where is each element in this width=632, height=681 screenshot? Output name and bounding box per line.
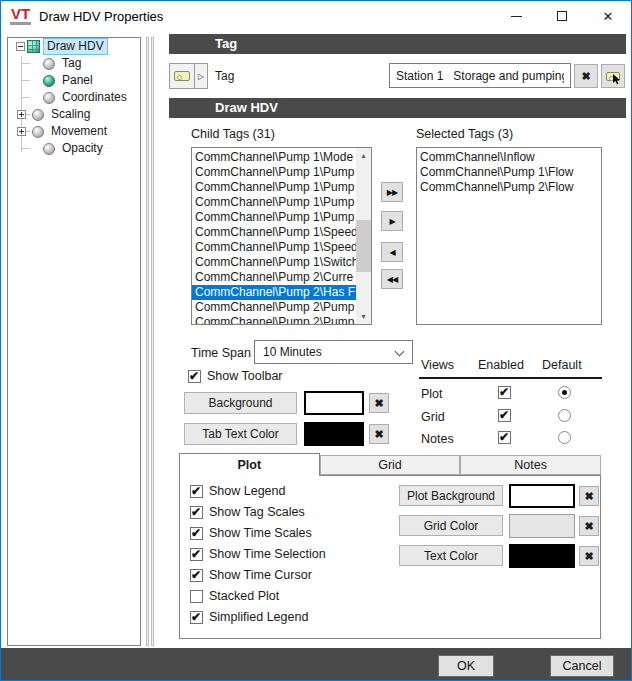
tab-notes[interactable]: Notes	[460, 455, 601, 475]
scroll-down-icon[interactable]: ▼	[356, 309, 371, 324]
tree-node-label[interactable]: Panel	[59, 73, 96, 88]
stacked-plot-checkbox[interactable]: ✔ Stacked Plot	[190, 589, 279, 603]
tree-node-scaling[interactable]: Scaling	[8, 106, 140, 123]
tree-node-movement[interactable]: Movement	[8, 123, 140, 140]
move-right-button[interactable]: ▶	[381, 211, 403, 231]
tree-node-label[interactable]: Draw HDV	[43, 38, 108, 55]
selected-tags-list[interactable]: CommChannel\Inflow CommChannel\Pump 1\Fl…	[416, 147, 602, 325]
plot-enabled-checkbox[interactable]: ✔	[498, 386, 511, 399]
time-span-label: Time Span	[191, 346, 251, 360]
clear-text-color-button[interactable]: ✖	[579, 546, 599, 566]
move-all-right-button[interactable]: ▶▶	[381, 182, 403, 202]
checkbox-icon[interactable]: ✔	[188, 370, 201, 383]
minimize-button[interactable]	[493, 1, 539, 31]
list-item[interactable]: CommChannel\Pump 1\Pump	[192, 195, 356, 210]
scrollbar-thumb[interactable]	[356, 220, 371, 272]
show-time-cursor-checkbox[interactable]: ✔ Show Time Cursor	[190, 568, 312, 582]
tree-node-opacity[interactable]: Opacity	[8, 140, 140, 157]
clear-x-icon: ✖	[584, 520, 593, 533]
plot-default-radio[interactable]	[558, 386, 571, 399]
maximize-button[interactable]	[539, 1, 585, 31]
notes-default-radio[interactable]	[558, 431, 571, 444]
tab-plot[interactable]: Plot	[179, 453, 320, 476]
list-item[interactable]: CommChannel\Pump 1\Speed	[192, 225, 356, 240]
tree-connector-line	[21, 63, 30, 64]
tag-type-expand-button[interactable]: ▷	[194, 63, 208, 89]
tree-node-label[interactable]: Tag	[59, 56, 84, 71]
selected-tags-label: Selected Tags (3)	[416, 127, 513, 141]
simplified-legend-checkbox[interactable]: ✔ Simplified Legend	[190, 610, 308, 624]
tree-node-panel[interactable]: Panel	[8, 72, 140, 89]
tag-type-button[interactable]	[169, 63, 195, 89]
checkbox-icon[interactable]: ✔	[190, 527, 203, 540]
clear-plot-background-button[interactable]: ✖	[579, 486, 599, 506]
clear-background-button[interactable]: ✖	[369, 393, 389, 413]
clear-tag-button[interactable]: ✖	[574, 64, 598, 88]
close-button[interactable]: ✕	[585, 1, 631, 31]
list-item[interactable]: CommChannel\Pump 2\Pump	[192, 315, 356, 325]
collapse-expander-icon[interactable]	[16, 42, 25, 51]
draw-hdv-node-icon	[27, 40, 40, 53]
grid-enabled-checkbox[interactable]: ✔	[498, 409, 511, 422]
show-time-scales-checkbox[interactable]: ✔ Show Time Scales	[190, 526, 312, 540]
child-tags-list[interactable]: CommChannel\Pump 1\Mode CommChannel\Pump…	[191, 147, 372, 325]
list-item[interactable]: CommChannel\Pump 2\Flow	[417, 180, 601, 195]
vertical-scrollbar[interactable]: ▲ ▼	[356, 148, 371, 324]
scroll-up-icon[interactable]: ▲	[356, 148, 371, 163]
list-item[interactable]: CommChannel\Pump 1\Mode	[192, 150, 356, 165]
tree-node-coordinates[interactable]: Coordinates	[8, 89, 140, 106]
checkbox-icon[interactable]: ✔	[190, 611, 203, 624]
tree-node-label[interactable]: Movement	[48, 124, 110, 139]
tag-field-label: Tag	[215, 69, 234, 83]
list-item[interactable]: CommChannel\Pump 1\Pump	[192, 165, 356, 180]
cancel-button[interactable]: Cancel	[550, 655, 614, 677]
text-color-button[interactable]: Text Color	[399, 545, 503, 566]
show-tag-scales-checkbox[interactable]: ✔ Show Tag Scales	[190, 505, 305, 519]
show-toolbar-checkbox[interactable]: ✔ Show Toolbar	[188, 369, 283, 383]
notes-enabled-checkbox[interactable]: ✔	[498, 431, 511, 444]
triangle-right-icon: ▷	[198, 72, 204, 81]
show-time-selection-checkbox[interactable]: ✔ Show Time Selection	[190, 547, 326, 561]
checkbox-icon[interactable]: ✔	[190, 548, 203, 561]
checkbox-icon[interactable]: ✔	[190, 506, 203, 519]
tab-grid[interactable]: Grid	[320, 455, 461, 475]
splitter-handle[interactable]	[146, 37, 149, 646]
checkbox-icon[interactable]: ✔	[190, 485, 203, 498]
list-item[interactable]: CommChannel\Pump 2\Pump	[192, 300, 356, 315]
list-item[interactable]: CommChannel\Pump 2\Curre	[192, 270, 356, 285]
move-all-left-button[interactable]: ◀◀	[381, 269, 403, 289]
tree-node-label[interactable]: Opacity	[59, 141, 106, 156]
tree-node-draw-hdv[interactable]: Draw HDV	[8, 38, 140, 55]
list-item[interactable]: CommChannel\Pump 1\Pump	[192, 210, 356, 225]
plot-background-button[interactable]: Plot Background	[399, 485, 503, 506]
expand-expander-icon[interactable]	[17, 110, 26, 119]
tree-node-label[interactable]: Scaling	[48, 107, 93, 122]
clear-grid-color-button[interactable]: ✖	[579, 516, 599, 536]
list-item[interactable]: CommChannel\Pump 1\Switch	[192, 255, 356, 270]
grid-color-button[interactable]: Grid Color	[399, 515, 503, 536]
views-header-divider	[419, 377, 602, 379]
checkbox-icon[interactable]: ✔	[190, 569, 203, 582]
list-item[interactable]: CommChannel\Inflow	[417, 150, 601, 165]
tab-text-color-button[interactable]: Tab Text Color	[184, 423, 297, 445]
splitter-handle[interactable]	[151, 37, 154, 646]
list-item[interactable]: CommChannel\Pump 1\Speed	[192, 240, 356, 255]
move-left-button[interactable]: ◀	[381, 242, 403, 262]
ok-button[interactable]: OK	[438, 655, 494, 677]
clear-tab-text-color-button[interactable]: ✖	[369, 424, 389, 444]
list-item[interactable]: CommChannel\Pump 1\Pump	[192, 180, 356, 195]
list-item[interactable]: CommChannel\Pump 1\Flow	[417, 165, 601, 180]
time-span-value: 10 Minutes	[263, 345, 322, 359]
tab-text-color-swatch	[304, 422, 364, 446]
tree-node-tag[interactable]: Tag	[8, 55, 140, 72]
tree-node-label[interactable]: Coordinates	[59, 90, 130, 105]
background-button[interactable]: Background	[184, 392, 297, 414]
list-item-selected[interactable]: CommChannel\Pump 2\Has F	[192, 285, 356, 300]
show-legend-checkbox[interactable]: ✔ Show Legend	[190, 484, 285, 498]
grid-default-radio[interactable]	[558, 409, 571, 422]
tag-value-input[interactable]	[389, 63, 571, 88]
time-span-select[interactable]: 10 Minutes	[254, 340, 413, 364]
checkbox-icon[interactable]: ✔	[190, 590, 203, 603]
pick-tag-button[interactable]	[601, 64, 625, 88]
expand-expander-icon[interactable]	[17, 127, 26, 136]
